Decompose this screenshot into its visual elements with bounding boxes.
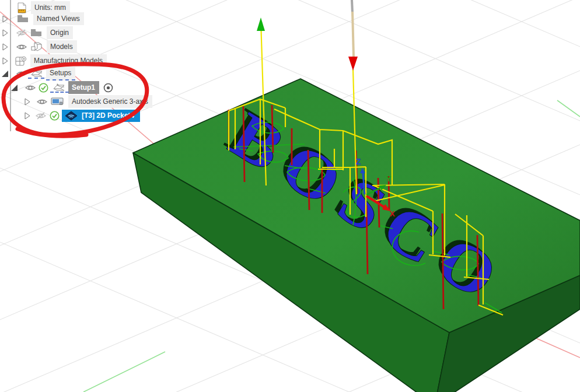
expand-arrow-icon[interactable] bbox=[25, 112, 30, 120]
collapse-arrow-icon[interactable] bbox=[11, 84, 18, 92]
fusion360-manufacture-screenshot: { "browser": { "rows": [ {"label": "Unit… bbox=[0, 0, 580, 392]
collapse-arrow-icon[interactable] bbox=[1, 70, 9, 78]
setup-icon bbox=[30, 69, 44, 78]
browser-item-label[interactable]: Origin bbox=[47, 26, 73, 39]
machine-icon bbox=[51, 97, 64, 106]
ground-x-axis-line bbox=[535, 338, 580, 358]
ground-y-axis-line bbox=[557, 100, 580, 117]
visibility-shown-icon[interactable] bbox=[16, 70, 27, 78]
active-setup-radio-icon[interactable] bbox=[103, 83, 113, 93]
manufacturing-models-icon bbox=[15, 56, 27, 66]
browser-row-manufacturing-models: Manufacturing Models bbox=[0, 54, 107, 67]
bodies-icon bbox=[31, 42, 42, 51]
expand-arrow-icon[interactable] bbox=[2, 57, 8, 65]
expand-arrow-icon[interactable] bbox=[2, 15, 8, 23]
folder-icon bbox=[17, 15, 29, 23]
visibility-shown-icon[interactable] bbox=[37, 98, 47, 106]
browser-item-label[interactable]: Named Views bbox=[33, 12, 84, 25]
ground-y-axis-line bbox=[83, 352, 165, 392]
browser-row-pocket4: [T3] 2D Pocket4 bbox=[0, 109, 140, 122]
folder-icon bbox=[30, 29, 42, 37]
expand-arrow-icon[interactable] bbox=[2, 43, 8, 51]
plunge-arrow-icon bbox=[348, 57, 358, 71]
browser-row-named-views: Named Views bbox=[0, 12, 84, 25]
browser-panel: Units: mm Named Views Origin bbox=[0, 0, 187, 128]
tool-shank bbox=[352, 0, 352, 13]
operation-pocket-icon bbox=[65, 111, 78, 121]
expand-arrow-icon[interactable] bbox=[25, 98, 30, 106]
browser-item-label-pocket4: [T3] 2D Pocket4 bbox=[82, 111, 134, 120]
setup-dashed-underline bbox=[28, 78, 44, 79]
browser-row-origin: Origin bbox=[0, 26, 73, 39]
generated-check-icon[interactable] bbox=[39, 83, 48, 93]
x-axis-label: X bbox=[390, 209, 395, 218]
visibility-hidden-icon[interactable] bbox=[16, 29, 27, 37]
generated-check-icon[interactable] bbox=[50, 111, 60, 121]
setup-dashed-underline bbox=[50, 92, 69, 93]
browser-item-label-setup1[interactable]: Setup1 bbox=[68, 81, 99, 94]
browser-item-label[interactable]: Autodesk Generic 3-axis bbox=[68, 95, 152, 108]
browser-row-machine: Autodesk Generic 3-axis bbox=[0, 95, 152, 108]
browser-item-pocket4[interactable]: [T3] 2D Pocket4 bbox=[62, 110, 140, 122]
browser-item-label[interactable]: Manufacturing Models bbox=[30, 54, 107, 67]
expand-arrow-icon[interactable] bbox=[2, 29, 8, 37]
browser-row-models: Models bbox=[0, 40, 77, 53]
document-units-icon bbox=[17, 2, 27, 13]
browser-item-label[interactable]: Models bbox=[47, 40, 77, 53]
visibility-shown-icon[interactable] bbox=[25, 84, 36, 92]
visibility-hidden-icon[interactable] bbox=[36, 112, 46, 120]
y-axis-label: Y bbox=[386, 174, 392, 183]
z-axis-label: Z bbox=[356, 157, 361, 166]
visibility-shown-icon[interactable] bbox=[16, 43, 27, 51]
tool-holder bbox=[352, 12, 354, 57]
setup-icon bbox=[52, 83, 66, 92]
retract-arrow-icon bbox=[257, 18, 265, 31]
tool-and-arrows bbox=[257, 0, 358, 71]
browser-item-label[interactable]: Setups bbox=[46, 66, 75, 80]
